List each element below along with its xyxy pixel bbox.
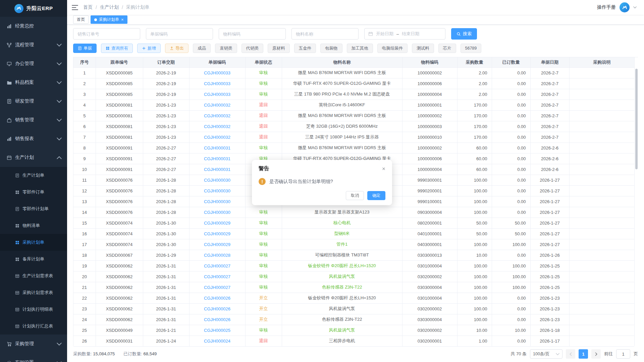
app-logo[interactable]: 升阳云ERP — [0, 0, 67, 17]
doc-code-link[interactable]: CGJH000032 — [204, 135, 230, 140]
doc-code-link[interactable]: CGJH000033 — [204, 92, 230, 97]
tab-purchase-plan[interactable]: 采购计划单 × — [91, 15, 127, 24]
doc-code-link[interactable]: CGJH000031 — [204, 156, 230, 161]
sales-order-input[interactable] — [73, 28, 140, 40]
doc-code-link[interactable]: CGJH000030 — [204, 178, 230, 183]
doc-code-link[interactable]: CGJH000026 — [204, 306, 230, 311]
doc-code-link[interactable]: CGJH000030 — [204, 199, 230, 204]
query-all-button[interactable]: 查询所有 — [101, 44, 133, 53]
doc-code-link[interactable]: CGJH000029 — [204, 231, 230, 236]
sidebar-item[interactable]: 经营总控 — [0, 17, 67, 36]
goto-page-input[interactable] — [616, 349, 630, 359]
material-name-input[interactable] — [291, 28, 359, 40]
doc-code-link[interactable]: CGJH000033 — [204, 81, 230, 86]
current-page-button[interactable]: 1 — [579, 349, 588, 359]
doc-code-link[interactable]: CGJH000027 — [204, 263, 230, 268]
table-row[interactable]: 1XSDD0000852026-2-19CGJH000033审核微星 MAG B… — [73, 67, 634, 78]
table-row[interactable]: 22XSDD0000622026-1-31CGJH000026开立钣金铰链件 Φ… — [73, 293, 634, 303]
table-row[interactable]: 15XSDD0000742026-1-30CGJH000029审核核心电机080… — [73, 218, 634, 228]
table-row[interactable]: 5XSDD0000812026-1-23CGJH000032退回微星 MAG B… — [73, 110, 634, 121]
search-button[interactable]: 搜索 — [451, 28, 477, 40]
hamburger-icon[interactable] — [72, 5, 78, 10]
doc-code-link[interactable]: CGJH000029 — [204, 242, 230, 247]
table-row[interactable]: 25XSDD0000492026-1-21CGJH000025审核风机旋涡气泵0… — [73, 325, 634, 336]
doc-code-link[interactable]: CGJH000032 — [204, 113, 230, 118]
sidebar-item[interactable]: 研发管理 — [0, 92, 67, 111]
close-icon[interactable]: × — [121, 17, 124, 22]
category-button[interactable]: 代销类 — [241, 44, 264, 53]
doc-code-link[interactable]: CGJH000031 — [204, 167, 230, 172]
table-row[interactable]: 23XSDD0000622026-1-31CGJH000026开立风机旋涡气泵0… — [73, 303, 634, 314]
table-row[interactable]: 4XSDD0000812026-1-23CGJH000032退回英特尔Core … — [73, 100, 634, 110]
sidebar-item[interactable]: 销售管理 — [0, 111, 67, 129]
page-size-select[interactable]: 100条/页 — [530, 349, 562, 359]
category-button[interactable]: 包装物 — [320, 44, 342, 53]
doc-code-link[interactable]: CGJH000031 — [204, 145, 230, 150]
sidebar-subitem[interactable]: 生产计划单 — [0, 167, 67, 184]
doc-code-link[interactable]: CGJH000026 — [204, 317, 230, 322]
breadcrumb-home[interactable]: 首页 — [83, 4, 93, 10]
sidebar-subitem[interactable]: 计划执行汇总表 — [0, 318, 67, 335]
doc-code-link[interactable]: CGJH000030 — [204, 210, 230, 215]
doc-code-link[interactable]: CGJH000024 — [204, 339, 230, 344]
dialog-close-icon[interactable]: × — [382, 166, 385, 172]
sidebar-subitem[interactable]: 零部件计划单 — [0, 200, 67, 217]
sidebar-item[interactable]: 流程管理 — [0, 36, 67, 54]
category-button[interactable]: 五金件 — [294, 44, 316, 53]
doc-code-link[interactable]: CGJH000027 — [204, 274, 230, 279]
table-row[interactable]: 16XSDD0000742026-1-30CGJH000029审核型钢6米040… — [73, 228, 634, 239]
cancel-button[interactable]: 取消 — [346, 191, 364, 200]
doc-code-link[interactable]: CGJH000025 — [204, 328, 230, 333]
document-button[interactable]: 单据 — [73, 44, 97, 53]
category-button[interactable]: 直销类 — [215, 44, 237, 53]
sidebar-subitem[interactable]: 零部件订单 — [0, 184, 67, 200]
table-row[interactable]: 26XSDD0000312026-1-24CGJH000024退回三相异步电机0… — [73, 336, 634, 346]
avatar[interactable] — [620, 2, 630, 12]
doc-code-link[interactable]: CGJH000030 — [204, 188, 230, 193]
next-page-button[interactable] — [591, 349, 601, 359]
sidebar-item[interactable]: 采购管理 — [0, 335, 67, 353]
date-range-picker[interactable]: 开始日期 – 结束日期 — [364, 28, 445, 40]
doc-code-link[interactable]: CGJH000027 — [204, 285, 230, 290]
table-row[interactable]: 20XSDD0000622026-1-31CGJH000027审核风机旋涡气泵0… — [73, 271, 634, 282]
category-button[interactable]: 成品 — [193, 44, 211, 53]
doc-code-link[interactable]: CGJH000032 — [204, 103, 230, 108]
chevron-down-icon[interactable] — [633, 6, 637, 8]
sidebar-subitem[interactable]: 采购计划需求表 — [0, 284, 67, 301]
table-row[interactable]: 3XSDD0000852026-2-19CGJH000033审核三星 1TB 9… — [73, 89, 634, 100]
prev-page-button[interactable] — [566, 349, 575, 359]
export-button[interactable]: 导出 — [165, 44, 189, 53]
confirm-button[interactable]: 确定 — [367, 191, 385, 200]
doc-code-link[interactable]: CGJH000033 — [204, 70, 230, 75]
doc-code-link[interactable]: CGJH000032 — [204, 124, 230, 129]
category-button[interactable]: 加工其他 — [347, 44, 373, 53]
sidebar-item[interactable]: 销售报表 — [0, 129, 67, 148]
table-row[interactable]: 24XSDD0000622026-1-31CGJH000026开立色标传感器 Z… — [73, 314, 634, 325]
doc-code-link[interactable]: CGJH000028 — [204, 253, 230, 258]
table-scrollbar[interactable] — [634, 57, 638, 346]
table-row[interactable]: 2XSDD0000852026-2-19CGJH000033审核华硕 TUF-R… — [73, 78, 634, 89]
table-row[interactable]: 14XSDD0000762026-1-28CGJH000030审核显示器支架 显… — [73, 207, 634, 218]
sidebar-subitem[interactable]: 计划执行明细表 — [0, 301, 67, 318]
sidebar-subitem[interactable]: 备库计划单 — [0, 251, 67, 267]
tab-home[interactable]: 首页 — [73, 15, 89, 24]
table-row[interactable]: 6XSDD0000812026-1-23CGJH000032退回芝奇 32GB … — [73, 121, 634, 132]
category-button[interactable]: 电脑组装件 — [377, 44, 408, 53]
sidebar-subitem[interactable]: 生产计划需求表 — [0, 267, 67, 284]
breadcrumb-production-plan[interactable]: 生产计划 — [100, 4, 119, 10]
add-button[interactable]: 新增 — [137, 44, 161, 53]
category-button[interactable]: 56789 — [461, 44, 482, 53]
doc-code-link[interactable]: CGJH000029 — [204, 221, 230, 226]
scrollbar-thumb[interactable] — [635, 69, 638, 169]
sidebar-subitem[interactable]: 采购计划单 — [0, 234, 67, 251]
doc-code-link[interactable]: CGJH000026 — [204, 296, 230, 301]
material-code-input[interactable] — [219, 28, 286, 40]
sidebar-subitem[interactable]: 物料清单 — [0, 217, 67, 234]
table-row[interactable]: 19XSDD0000622026-1-31CGJH000027审核钣金铰链件 Φ… — [73, 260, 634, 271]
table-row[interactable]: 18XSDD0000672026-1-29CGJH000028审核可编程控制器模… — [73, 250, 634, 260]
sidebar-item[interactable]: 车间设置 — [0, 353, 67, 362]
sidebar-item[interactable]: 生产计划 — [0, 148, 67, 167]
table-row[interactable]: 17XSDD0000742026-1-30CGJH000029审核管件10403… — [73, 239, 634, 250]
table-row[interactable]: 7XSDD0000812026-1-23CGJH000032退回三星 24英寸 … — [73, 132, 634, 142]
table-row[interactable]: 21XSDD0000622026-1-31CGJH000027审核色标传感器 Z… — [73, 282, 634, 293]
